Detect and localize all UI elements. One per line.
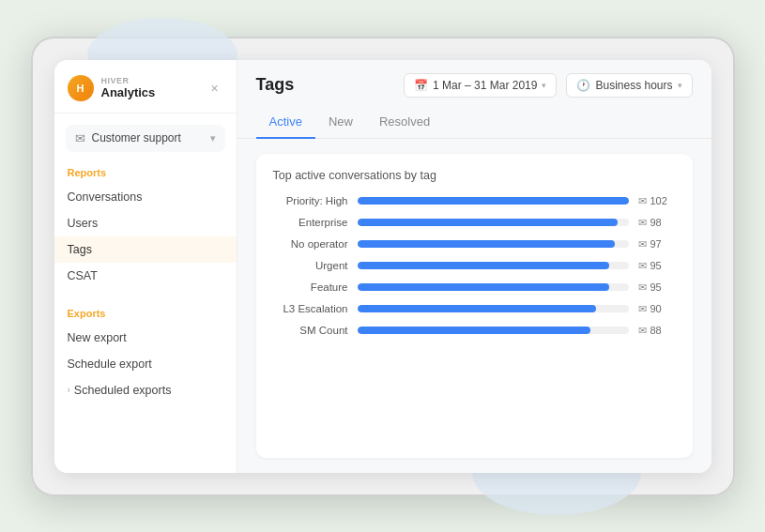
bar-count: 102	[650, 195, 667, 206]
page-title: Tags	[256, 75, 295, 95]
bar-fill	[358, 327, 591, 334]
sidebar-item-schedule-export[interactable]: Schedule export	[54, 351, 237, 377]
bar-label: Priority: High	[273, 195, 348, 206]
logo-area: H HIVER Analytics	[68, 75, 156, 101]
bar-label: SM Count	[273, 325, 348, 336]
business-hours-button[interactable]: 🕐 Business hours ▾	[566, 73, 692, 98]
bar-fill	[358, 262, 610, 269]
sidebar-item-users[interactable]: Users	[54, 210, 237, 236]
message-icon: ✉	[638, 260, 647, 272]
mailbox-chevron-icon: ▾	[210, 132, 216, 144]
sidebar-item-conversations[interactable]: Conversations	[54, 184, 237, 210]
mailbox-icon: ✉	[75, 131, 85, 145]
device-frame: H HIVER Analytics × ✉ Customer support ▾…	[31, 37, 735, 496]
bar-count: 98	[650, 217, 662, 228]
bar-label: Urgent	[273, 260, 348, 271]
message-icon: ✉	[638, 195, 647, 207]
message-icon: ✉	[638, 217, 647, 229]
scheduled-exports-label: Scheduled exports	[74, 384, 172, 397]
bar-track	[358, 262, 629, 269]
bar-count: 95	[650, 260, 662, 271]
main-header: Tags 📅 1 Mar – 31 Mar 2019 ▾ 🕐 Business …	[237, 60, 711, 107]
message-icon: ✉	[638, 238, 647, 251]
mailbox-text: Customer support	[92, 131, 181, 144]
sidebar-item-scheduled-exports[interactable]: › Scheduled exports	[54, 377, 237, 403]
business-hours-label: Business hours	[595, 79, 672, 92]
bar-row: Feature ✉ 95	[273, 281, 676, 294]
bar-value: ✉ 95	[638, 260, 676, 272]
date-range-label: 1 Mar – 31 Mar 2019	[433, 79, 537, 92]
hiver-label: HIVER	[101, 76, 156, 85]
bar-value: ✉ 88	[638, 325, 676, 337]
date-chevron-icon: ▾	[542, 81, 546, 90]
sidebar-item-tags[interactable]: Tags	[54, 236, 237, 263]
bar-row: Urgent ✉ 95	[273, 260, 676, 272]
bar-fill	[358, 197, 629, 205]
header-controls: 📅 1 Mar – 31 Mar 2019 ▾ 🕐 Business hours…	[404, 73, 692, 98]
hours-chevron-icon: ▾	[678, 81, 682, 90]
bar-track	[358, 240, 629, 248]
message-icon: ✉	[638, 281, 647, 294]
tabs-bar: Active New Resolved	[237, 107, 711, 139]
mailbox-selector[interactable]: ✉ Customer support ▾	[66, 125, 225, 152]
bar-count: 90	[650, 303, 662, 314]
hiver-logo: H	[68, 75, 94, 101]
sidebar-item-new-export[interactable]: New export	[54, 325, 237, 351]
bar-track	[358, 305, 629, 312]
clock-icon: 🕐	[576, 79, 590, 92]
tab-resolved[interactable]: Resolved	[366, 107, 443, 139]
bar-fill	[358, 305, 596, 312]
bar-track	[358, 197, 629, 205]
sidebar-title: HIVER Analytics	[101, 76, 156, 99]
date-picker-button[interactable]: 📅 1 Mar – 31 Mar 2019 ▾	[404, 73, 557, 98]
bar-count: 95	[650, 281, 662, 293]
chart-card: Top active conversations by tag Priority…	[256, 154, 693, 458]
exports-section-label: Exports	[54, 293, 237, 325]
reports-section-label: Reports	[54, 152, 237, 184]
chevron-right-icon: ›	[68, 385, 70, 395]
chart-area: Top active conversations by tag Priority…	[237, 139, 711, 473]
bar-track	[358, 327, 629, 334]
bar-row: Enterprise ✉ 98	[273, 217, 676, 229]
bar-label: Feature	[273, 281, 348, 293]
sidebar: H HIVER Analytics × ✉ Customer support ▾…	[54, 60, 237, 473]
bar-value: ✉ 97	[638, 238, 676, 251]
bar-row: L3 Escalation ✉ 90	[273, 303, 676, 315]
bar-count: 88	[650, 325, 662, 336]
bar-row: SM Count ✉ 88	[273, 325, 676, 337]
bar-label: Enterprise	[273, 217, 348, 228]
bar-label: No operator	[273, 238, 348, 250]
bar-row: Priority: High ✉ 102	[273, 195, 676, 207]
bar-fill	[358, 219, 618, 226]
bar-fill	[358, 283, 610, 291]
bar-label: L3 Escalation	[273, 303, 348, 314]
mailbox-left: ✉ Customer support	[75, 131, 181, 145]
bar-count: 97	[650, 238, 662, 250]
bar-chart: Priority: High ✉ 102 Enterprise ✉ 98 No …	[273, 195, 676, 337]
message-icon: ✉	[638, 303, 647, 315]
bar-value: ✉ 90	[638, 303, 676, 315]
message-icon: ✉	[638, 325, 647, 337]
bar-fill	[358, 240, 616, 248]
chart-title: Top active conversations by tag	[273, 169, 676, 182]
bar-value: ✉ 95	[638, 281, 676, 294]
main-content: Tags 📅 1 Mar – 31 Mar 2019 ▾ 🕐 Business …	[237, 60, 711, 473]
calendar-icon: 📅	[414, 79, 428, 92]
tab-new[interactable]: New	[315, 107, 366, 139]
analytics-label: Analytics	[101, 85, 156, 99]
app-window: H HIVER Analytics × ✉ Customer support ▾…	[54, 60, 711, 473]
bar-track	[358, 219, 629, 226]
bar-row: No operator ✉ 97	[273, 238, 676, 251]
tab-active[interactable]: Active	[256, 107, 315, 139]
bar-value: ✉ 98	[638, 217, 676, 229]
sidebar-item-csat[interactable]: CSAT	[54, 263, 237, 289]
bar-track	[358, 283, 629, 291]
sidebar-header: H HIVER Analytics ×	[54, 60, 237, 114]
close-button[interactable]: ×	[207, 80, 223, 97]
bar-value: ✉ 102	[638, 195, 676, 207]
